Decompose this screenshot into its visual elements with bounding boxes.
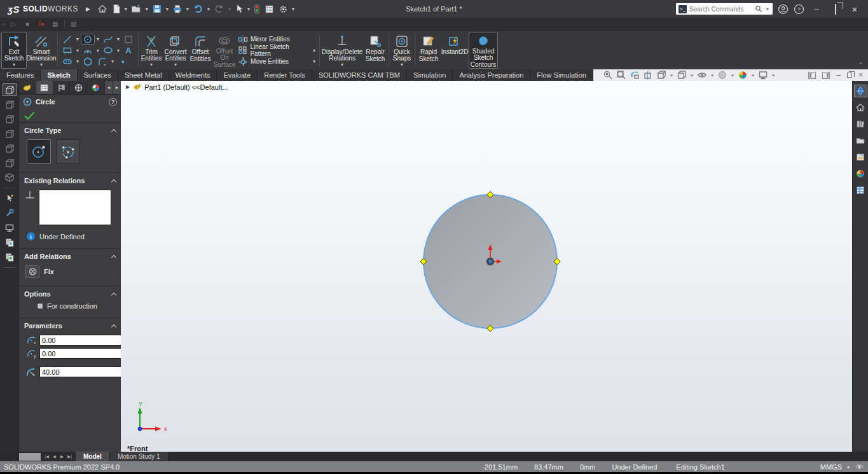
document-close-button[interactable]: × xyxy=(858,71,863,80)
dropdown-caret-icon[interactable]: ▾ xyxy=(11,62,17,68)
display-delete-relations-button[interactable]: Display/Delete Relations ▾ xyxy=(321,32,363,69)
display-settings-button[interactable] xyxy=(3,221,17,234)
design-library-button[interactable] xyxy=(854,118,867,130)
dropdown-caret-icon[interactable]: ▾ xyxy=(75,36,80,42)
file-explorer-button[interactable] xyxy=(854,134,867,147)
rapid-sketch-button[interactable]: Rapid Sketch xyxy=(417,32,441,69)
dropdown-caret-icon[interactable]: ▾ xyxy=(110,59,115,64)
graphics-viewport[interactable]: ▶ Part1 (Default) <<Default... Y x *Fron… xyxy=(121,81,852,452)
for-construction-checkbox[interactable] xyxy=(37,303,43,309)
tab-display-manager[interactable] xyxy=(87,81,104,94)
copy-appearance-button[interactable] xyxy=(3,236,17,249)
tab-render-tools[interactable]: Render Tools xyxy=(258,69,312,81)
options-header[interactable]: Options xyxy=(23,289,117,302)
rectangle-tool-button[interactable] xyxy=(60,45,74,56)
exit-sketch-button[interactable]: Exit Sketch ▾ xyxy=(1,32,27,69)
repair-sketch-button[interactable]: Repair Sketch xyxy=(363,32,387,69)
dropdown-caret-icon[interactable]: ▾ xyxy=(669,73,674,78)
quick-snaps-button[interactable]: Quick Snaps ▾ xyxy=(390,32,413,69)
dropdown-caret-icon[interactable]: ▾ xyxy=(312,59,317,64)
toolbar-grip-icon[interactable]: ⁞⁞ xyxy=(3,21,4,27)
tab-analysis-preparation[interactable]: Analysis Preparation xyxy=(453,69,530,81)
text-tool-button[interactable]: A xyxy=(121,45,135,56)
standard-view-button[interactable] xyxy=(3,98,17,111)
fillet-tool-button[interactable] xyxy=(95,56,109,67)
dropdown-caret-icon[interactable]: ▾ xyxy=(312,48,317,53)
section-view-button[interactable] xyxy=(642,70,654,80)
document-minimize-button[interactable]: – xyxy=(836,71,841,80)
minimize-button[interactable]: – xyxy=(809,4,823,14)
3dexperience-button[interactable] xyxy=(854,85,867,97)
circle-type-header[interactable]: Circle Type xyxy=(23,125,117,138)
solidworks-resources-button[interactable] xyxy=(854,101,867,114)
move-entities-button[interactable]: Move Entities ▾ xyxy=(238,56,317,67)
point-tool-button[interactable] xyxy=(116,56,130,67)
restore-button[interactable] xyxy=(829,4,843,14)
tab-solidworks-cam-tbm[interactable]: SOLIDWORKS CAM TBM xyxy=(312,69,407,81)
tab-flow-simulation[interactable]: Flow Simulation xyxy=(530,69,593,81)
standard-view-button[interactable] xyxy=(3,127,17,140)
tab-weldments[interactable]: Weldments xyxy=(169,69,217,81)
offset-entities-button[interactable]: Offset Entities xyxy=(188,32,212,69)
dropdown-caret-icon[interactable]: ▾ xyxy=(771,73,776,78)
perimeter-circle-type-button[interactable] xyxy=(56,139,80,164)
dropdown-caret-icon[interactable]: ▾ xyxy=(185,6,190,12)
print-button[interactable] xyxy=(170,2,184,16)
ok-check-button[interactable] xyxy=(24,111,35,120)
new-document-button[interactable] xyxy=(110,2,123,16)
dropdown-caret-icon[interactable]: ▾ xyxy=(689,73,694,78)
tab-configuration-manager[interactable] xyxy=(53,81,71,94)
custom-properties-button[interactable] xyxy=(854,184,867,197)
feature-tree-root-label[interactable]: Part1 (Default) <<Default... xyxy=(144,83,228,91)
dropdown-caret-icon[interactable]: ▾ xyxy=(144,6,149,12)
collapse-chevron-icon[interactable] xyxy=(111,324,116,329)
horizontal-scroll-thumb[interactable] xyxy=(19,453,41,461)
dropdown-caret-icon[interactable]: ▾ xyxy=(750,73,755,78)
collapse-right-pane-button[interactable] xyxy=(822,72,830,79)
tab-feature-manager[interactable] xyxy=(19,81,36,94)
list-button[interactable] xyxy=(263,3,276,16)
existing-relations-header[interactable]: Existing Relations xyxy=(23,176,117,188)
dropdown-caret-icon[interactable]: ▾ xyxy=(291,6,296,12)
help-icon[interactable]: ? xyxy=(109,98,117,106)
search-dropdown-caret-icon[interactable]: ▾ xyxy=(765,6,770,12)
circle-tool-button[interactable] xyxy=(81,34,95,45)
hide-show-items-button[interactable] xyxy=(696,70,708,80)
tab-features[interactable]: Features xyxy=(0,69,41,81)
view-settings-button[interactable] xyxy=(757,70,769,80)
sketch-picture-button[interactable] xyxy=(121,34,135,45)
dropdown-caret-icon[interactable]: ▾ xyxy=(95,48,100,53)
close-button[interactable]: × xyxy=(848,4,862,15)
instant2d-button[interactable]: Instant2D xyxy=(441,32,469,69)
polygon-tool-button[interactable] xyxy=(81,56,95,67)
menu-flyout-icon[interactable]: ▶ xyxy=(86,6,90,12)
help-icon[interactable]: ? xyxy=(794,4,804,15)
collapse-chevron-icon[interactable] xyxy=(111,129,116,134)
rebuild-button[interactable] xyxy=(252,2,262,16)
open-button[interactable] xyxy=(129,2,144,16)
existing-relations-list[interactable] xyxy=(39,190,111,225)
collapse-left-pane-button[interactable] xyxy=(808,72,816,79)
apply-scene-button[interactable] xyxy=(737,70,748,80)
tab-evaluate[interactable]: Evaluate xyxy=(217,69,258,81)
spline-tool-button[interactable] xyxy=(101,34,115,45)
save-button[interactable] xyxy=(150,2,164,16)
fix-relation-button[interactable]: Fix xyxy=(23,264,117,281)
select-tool-button[interactable] xyxy=(3,192,17,205)
dropdown-caret-icon[interactable]: ▾ xyxy=(399,62,404,68)
smart-dimension-button[interactable]: Smart Dimension ▾ xyxy=(27,32,56,69)
redo-button[interactable] xyxy=(212,2,226,16)
home-button[interactable] xyxy=(95,2,109,16)
linear-sketch-pattern-button[interactable]: Linear Sketch Pattern ▾ xyxy=(238,45,317,56)
tab-sketch[interactable]: Sketch xyxy=(41,69,77,81)
appearances-scenes-button[interactable] xyxy=(854,167,867,180)
dropdown-caret-icon[interactable]: ▾ xyxy=(39,62,44,68)
standard-view-button[interactable] xyxy=(3,157,17,169)
tab-property-manager[interactable] xyxy=(36,81,53,94)
dropdown-caret-icon[interactable]: ▾ xyxy=(95,36,100,42)
trim-entities-button[interactable]: a Trim Entities ▾ xyxy=(140,32,163,69)
dropdown-caret-icon[interactable]: ▾ xyxy=(116,48,121,53)
standard-view-button[interactable] xyxy=(3,142,17,155)
tab-sheet-metal[interactable]: Sheet Metal xyxy=(118,69,169,81)
ellipse-tool-button[interactable] xyxy=(101,45,115,56)
